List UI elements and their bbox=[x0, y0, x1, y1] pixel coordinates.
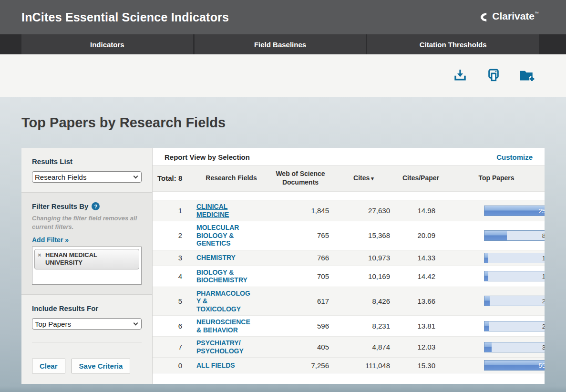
top-papers-bar-cell: 1 bbox=[448, 271, 545, 281]
wos-documents-value: 705 bbox=[267, 272, 334, 280]
top-papers-value: 1 bbox=[542, 254, 545, 261]
research-field-link[interactable]: PHARMACOLOG Y & TOXICOLOGY bbox=[196, 289, 267, 313]
row-rank: 1 bbox=[153, 206, 196, 215]
column-header-wos-documents[interactable]: Web of Science Documents bbox=[267, 170, 334, 186]
report-view-title: Report View by Selection bbox=[165, 153, 250, 161]
cites-value: 10,973 bbox=[334, 254, 393, 262]
remove-filter-icon[interactable]: × bbox=[38, 251, 41, 259]
filter-note: Changing the filter field removes all cu… bbox=[32, 214, 142, 231]
table-column-headers: Total: 8 Research Fields Web of Science … bbox=[153, 166, 545, 192]
wos-documents-value: 617 bbox=[267, 297, 334, 305]
column-header-cites[interactable]: Cites▾ bbox=[334, 174, 393, 183]
top-papers-bar-fill bbox=[484, 321, 489, 331]
table-row: 7 PSYCHIATRY/ PSYCHOLOGY 405 4,874 12.03… bbox=[153, 337, 545, 358]
top-papers-bar: 1 bbox=[484, 271, 545, 281]
top-papers-bar-fill bbox=[484, 231, 507, 240]
top-papers-bar: 1 bbox=[484, 253, 545, 263]
column-header-research-fields[interactable]: Research Fields bbox=[196, 174, 267, 183]
table-spacer-row bbox=[153, 192, 545, 200]
tab-indicators[interactable]: Indicators bbox=[21, 34, 193, 54]
row-rank: 2 bbox=[153, 231, 196, 239]
top-papers-bar-cell: 1 bbox=[448, 253, 545, 263]
results-list-label: Results List bbox=[32, 157, 142, 165]
results-list-section: Results List Research Fields bbox=[21, 148, 152, 192]
column-header-cites-per-paper[interactable]: Cites/Paper bbox=[393, 174, 448, 183]
table-row: 2 MOLECULAR BIOLOGY & GENETICS 765 15,36… bbox=[153, 221, 545, 250]
save-criteria-button[interactable]: Save Criteria bbox=[72, 359, 131, 373]
cites-value: 27,630 bbox=[334, 206, 393, 215]
cites-per-paper-value: 15.30 bbox=[393, 361, 448, 370]
top-papers-bar-fill bbox=[484, 296, 490, 306]
research-field-link[interactable]: CHEMISTRY bbox=[196, 254, 267, 262]
wos-documents-value: 765 bbox=[267, 231, 334, 239]
cites-per-paper-value: 14.98 bbox=[393, 206, 448, 215]
include-results-label: Include Results For bbox=[32, 304, 142, 312]
brand-trademark: ™ bbox=[535, 11, 539, 16]
top-papers-bar-cell: 55 bbox=[448, 360, 545, 371]
print-icon[interactable] bbox=[485, 67, 502, 84]
results-list-select[interactable]: Research Fields bbox=[32, 171, 142, 183]
filter-section: Filter Results By ? Changing the filter … bbox=[21, 192, 152, 295]
row-rank: 3 bbox=[153, 254, 196, 262]
table-rows: 1 CLINICAL MEDICINE 1,845 27,630 14.98 2… bbox=[153, 192, 545, 384]
wos-documents-value: 1,845 bbox=[267, 206, 334, 215]
cites-per-paper-value: 12.03 bbox=[393, 343, 448, 351]
top-papers-bar: 8 bbox=[484, 230, 545, 241]
top-papers-value: 25 bbox=[539, 207, 545, 214]
app-title: InCites Essential Science Indicators bbox=[21, 10, 229, 24]
app-header: InCites Essential Science Indicators Cla… bbox=[0, 0, 566, 34]
filter-chip: × HENAN MEDICAL UNIVERSITY bbox=[34, 249, 139, 269]
clarivate-mark-icon bbox=[480, 10, 489, 24]
table-row: 0 ALL FIELDS 7,256 111,048 15.30 55 bbox=[153, 358, 545, 373]
top-papers-bar-cell: 3 bbox=[448, 342, 545, 352]
table-row: 3 CHEMISTRY 766 10,973 14.33 1 bbox=[153, 250, 545, 266]
research-field-link[interactable]: PSYCHIATRY/ PSYCHOLOGY bbox=[196, 339, 267, 355]
research-field-link[interactable]: BIOLOGY & BIOCHEMISTRY bbox=[196, 268, 267, 284]
research-field-link[interactable]: ALL FIELDS bbox=[196, 361, 267, 370]
cites-value: 4,874 bbox=[334, 343, 393, 351]
add-filter-link[interactable]: Add Filter » bbox=[32, 236, 69, 244]
cites-per-paper-value: 14.33 bbox=[393, 254, 448, 262]
cites-value: 15,368 bbox=[334, 231, 393, 239]
wos-documents-value: 766 bbox=[267, 254, 334, 262]
include-results-select[interactable]: Top Papers bbox=[32, 318, 142, 330]
wos-documents-value: 405 bbox=[267, 343, 334, 351]
row-rank: 4 bbox=[153, 272, 196, 280]
include-results-section: Include Results For Top Papers Clear Sav… bbox=[21, 295, 152, 383]
top-papers-bar-cell: 8 bbox=[448, 230, 545, 241]
filter-results-by-label: Filter Results By bbox=[32, 202, 88, 210]
cites-value: 8,231 bbox=[334, 322, 393, 330]
add-to-folder-icon[interactable] bbox=[518, 67, 535, 84]
row-rank: 0 bbox=[153, 361, 196, 370]
top-papers-bar-fill bbox=[484, 271, 488, 281]
table-row: 1 CLINICAL MEDICINE 1,845 27,630 14.98 2… bbox=[153, 200, 545, 221]
help-icon[interactable]: ? bbox=[92, 202, 100, 210]
main-nav: Indicators Field Baselines Citation Thre… bbox=[0, 34, 566, 54]
row-rank: 7 bbox=[153, 343, 196, 351]
tab-citation-thresholds[interactable]: Citation Thresholds bbox=[367, 34, 539, 54]
top-papers-value: 2 bbox=[542, 298, 545, 305]
top-papers-bar-fill bbox=[484, 206, 545, 216]
page-title: Top Papers by Research Fields bbox=[21, 97, 545, 131]
row-rank: 6 bbox=[153, 322, 196, 330]
column-header-top-papers[interactable]: Top Papers bbox=[448, 174, 545, 183]
cites-per-paper-value: 13.66 bbox=[393, 297, 448, 305]
clear-button[interactable]: Clear bbox=[32, 359, 65, 373]
top-papers-bar-fill bbox=[484, 253, 488, 263]
top-papers-bar: 3 bbox=[484, 342, 545, 352]
research-field-link[interactable]: MOLECULAR BIOLOGY & GENETICS bbox=[196, 224, 267, 248]
tab-field-baselines[interactable]: Field Baselines bbox=[195, 34, 366, 54]
brand-name: Clarivate bbox=[492, 10, 535, 22]
wos-documents-value: 596 bbox=[267, 322, 334, 330]
filter-chip-label: HENAN MEDICAL UNIVERSITY bbox=[45, 251, 97, 266]
download-icon[interactable] bbox=[452, 67, 469, 84]
cites-value: 10,169 bbox=[334, 272, 393, 280]
total-count: Total: 8 bbox=[153, 174, 196, 182]
wos-documents-value: 7,256 bbox=[267, 361, 334, 370]
top-papers-value: 3 bbox=[542, 343, 545, 351]
research-field-link[interactable]: CLINICAL MEDICINE bbox=[196, 203, 267, 218]
top-papers-bar: 25 bbox=[484, 206, 545, 216]
research-field-link[interactable]: NEUROSCIENCE & BEHAVIOR bbox=[196, 318, 267, 334]
top-papers-value: 1 bbox=[542, 273, 545, 280]
customize-link[interactable]: Customize bbox=[496, 153, 533, 161]
